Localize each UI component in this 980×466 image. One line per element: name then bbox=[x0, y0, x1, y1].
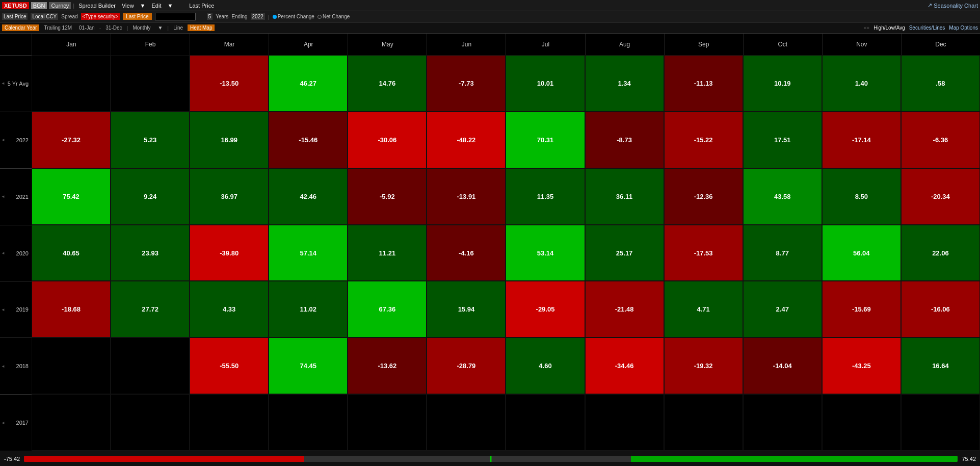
cell-2020-apr[interactable]: 57.14 bbox=[269, 225, 348, 281]
cell-2018-jun[interactable]: -28.79 bbox=[427, 338, 506, 394]
cell-2019-apr[interactable]: 11.02 bbox=[269, 281, 348, 338]
cell-2020-jun[interactable]: -4.16 bbox=[427, 225, 506, 281]
menu-edit[interactable]: Edit bbox=[150, 3, 164, 9]
cell-2022-oct[interactable]: 17.51 bbox=[743, 112, 822, 168]
cell-2020-sep[interactable]: -17.53 bbox=[664, 225, 743, 281]
cell-2022-jan[interactable]: -27.32 bbox=[32, 112, 111, 168]
cell-2019-nov[interactable]: -15.69 bbox=[822, 281, 901, 338]
monthly-btn[interactable]: Monthly bbox=[130, 24, 153, 31]
cell-2022-mar[interactable]: 16.99 bbox=[190, 112, 269, 168]
ending-value[interactable]: 2022 bbox=[251, 13, 265, 20]
cell-2017-oct[interactable] bbox=[743, 394, 822, 451]
cell-2021-apr[interactable]: 42.46 bbox=[269, 168, 348, 225]
date-end[interactable]: 31-Dec bbox=[103, 24, 124, 31]
monthly-arrow[interactable]: ▼ bbox=[155, 24, 165, 31]
cell-2019-feb[interactable]: 27.72 bbox=[111, 281, 190, 338]
cell-2019-oct[interactable]: 2.47 bbox=[743, 281, 822, 338]
cell-2020-oct[interactable]: 8.77 bbox=[743, 225, 822, 281]
cell-2021-jan[interactable]: 75.42 bbox=[32, 168, 111, 225]
cell-2017-aug[interactable] bbox=[585, 394, 664, 451]
heat-map-btn[interactable]: Heat Map bbox=[188, 24, 215, 31]
cell-2018-nov[interactable]: -43.25 bbox=[822, 338, 901, 394]
cell-2018-oct[interactable]: -14.04 bbox=[743, 338, 822, 394]
cell-2022-feb[interactable]: 5.23 bbox=[111, 112, 190, 168]
cell-2018-feb[interactable] bbox=[111, 338, 190, 394]
seasonality-chart-btn[interactable]: ↗ Seasonality Chart bbox=[928, 2, 978, 9]
cell-2021-aug[interactable]: 36.11 bbox=[585, 168, 664, 225]
cell-2022-nov[interactable]: -17.14 bbox=[822, 112, 901, 168]
type-security-select[interactable]: <Type security> bbox=[81, 13, 120, 20]
cell-2017-feb[interactable] bbox=[111, 394, 190, 451]
cell-2019-jun[interactable]: 15.94 bbox=[427, 281, 506, 338]
menu-view[interactable]: View bbox=[120, 3, 136, 9]
local-ccy-value[interactable]: Local CCY bbox=[31, 13, 58, 20]
cell-2018-dec[interactable]: 16.64 bbox=[901, 338, 980, 394]
cell-2017-dec[interactable] bbox=[901, 394, 980, 451]
cell-2020-nov[interactable]: 56.04 bbox=[822, 225, 901, 281]
cell-5-yr avg-may[interactable]: 14.76 bbox=[348, 55, 427, 112]
cell-2017-jan[interactable] bbox=[32, 394, 111, 451]
cell-2017-sep[interactable] bbox=[664, 394, 743, 451]
cell-5-yr avg-jan[interactable] bbox=[32, 55, 111, 112]
cell-2018-jul[interactable]: 4.60 bbox=[506, 338, 585, 394]
cell-2019-mar[interactable]: 4.33 bbox=[190, 281, 269, 338]
net-change-radio[interactable]: Net Change bbox=[317, 14, 350, 19]
cell-5-yr avg-jun[interactable]: -7.73 bbox=[427, 55, 506, 112]
line-btn[interactable]: Line bbox=[171, 24, 186, 31]
trailing-12m-btn[interactable]: Trailing 12M bbox=[41, 24, 74, 31]
calendar-year-btn[interactable]: Calendar Year bbox=[2, 24, 39, 31]
cell-2021-jun[interactable]: -13.91 bbox=[427, 168, 506, 225]
cell-2018-mar[interactable]: -55.50 bbox=[190, 338, 269, 394]
percent-change-radio[interactable]: Percent Change bbox=[273, 14, 314, 19]
cell-2020-aug[interactable]: 25.17 bbox=[585, 225, 664, 281]
cell-2020-mar[interactable]: -39.80 bbox=[190, 225, 269, 281]
cell-2022-dec[interactable]: -6.36 bbox=[901, 112, 980, 168]
cell-2019-aug[interactable]: -21.48 bbox=[585, 281, 664, 338]
cell-5-yr avg-jul[interactable]: 10.01 bbox=[506, 55, 585, 112]
cell-5-yr avg-mar[interactable]: -13.50 bbox=[190, 55, 269, 112]
cell-2021-mar[interactable]: 36.97 bbox=[190, 168, 269, 225]
cell-2021-feb[interactable]: 9.24 bbox=[111, 168, 190, 225]
ticker-badge[interactable]: XETUSD bbox=[2, 2, 29, 9]
cell-2022-apr[interactable]: -15.46 bbox=[269, 112, 348, 168]
cell-2018-jan[interactable] bbox=[32, 338, 111, 394]
cell-2021-oct[interactable]: 43.58 bbox=[743, 168, 822, 225]
cell-2022-jun[interactable]: -48.22 bbox=[427, 112, 506, 168]
cell-2021-sep[interactable]: -12.36 bbox=[664, 168, 743, 225]
cell-5-yr avg-feb[interactable] bbox=[111, 55, 190, 112]
menu-view-arrow[interactable]: ▼ bbox=[138, 3, 148, 9]
cell-2022-jul[interactable]: 70.31 bbox=[506, 112, 585, 168]
cell-2020-may[interactable]: 11.21 bbox=[348, 225, 427, 281]
cell-5-yr avg-apr[interactable]: 46.27 bbox=[269, 55, 348, 112]
last-price-btn[interactable]: Last Price bbox=[123, 13, 151, 20]
cell-5-yr avg-dec[interactable]: .58 bbox=[901, 55, 980, 112]
cell-5-yr avg-oct[interactable]: 10.19 bbox=[743, 55, 822, 112]
cell-2017-jul[interactable] bbox=[506, 394, 585, 451]
cell-2019-dec[interactable]: -16.06 bbox=[901, 281, 980, 338]
cell-5-yr avg-aug[interactable]: 1.34 bbox=[585, 55, 664, 112]
cell-2018-may[interactable]: -13.62 bbox=[348, 338, 427, 394]
menu-edit-arrow[interactable]: ▼ bbox=[165, 3, 175, 9]
cell-2021-dec[interactable]: -20.34 bbox=[901, 168, 980, 225]
cell-2017-nov[interactable] bbox=[822, 394, 901, 451]
cell-2018-apr[interactable]: 74.45 bbox=[269, 338, 348, 394]
cell-2019-jul[interactable]: -29.05 bbox=[506, 281, 585, 338]
cell-2018-sep[interactable]: -19.32 bbox=[664, 338, 743, 394]
cell-2020-jan[interactable]: 40.65 bbox=[32, 225, 111, 281]
menu-spread-builder[interactable]: Spread Builder bbox=[76, 3, 118, 9]
cell-2021-nov[interactable]: 8.50 bbox=[822, 168, 901, 225]
cell-2020-jul[interactable]: 53.14 bbox=[506, 225, 585, 281]
cell-2018-aug[interactable]: -34.46 bbox=[585, 338, 664, 394]
cell-2017-jun[interactable] bbox=[427, 394, 506, 451]
cell-2019-may[interactable]: 67.36 bbox=[348, 281, 427, 338]
cell-2021-jul[interactable]: 11.35 bbox=[506, 168, 585, 225]
cell-2022-sep[interactable]: -15.22 bbox=[664, 112, 743, 168]
cell-2019-sep[interactable]: 4.71 bbox=[664, 281, 743, 338]
cell-2017-mar[interactable] bbox=[190, 394, 269, 451]
date-start[interactable]: 01-Jan bbox=[76, 24, 97, 31]
cell-2022-aug[interactable]: -8.73 bbox=[585, 112, 664, 168]
cell-2019-jan[interactable]: -18.68 bbox=[32, 281, 111, 338]
map-options-link[interactable]: Map Options bbox=[949, 25, 978, 31]
cell-5-yr avg-nov[interactable]: 1.40 bbox=[822, 55, 901, 112]
cell-2021-may[interactable]: -5.92 bbox=[348, 168, 427, 225]
